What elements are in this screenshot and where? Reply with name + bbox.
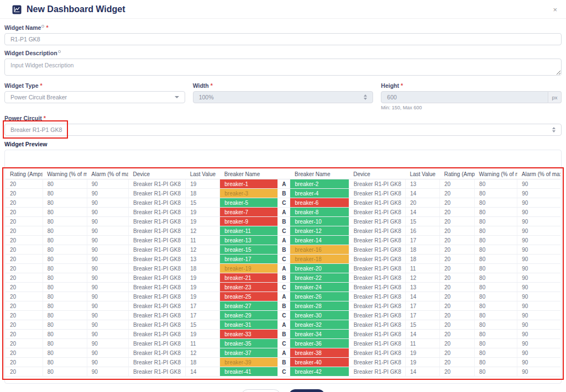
rating-cell: 20 — [6, 236, 43, 245]
breaker-status-badge: breaker-7 — [220, 208, 277, 216]
rating-cell: 20 — [439, 236, 474, 245]
last-value-cell: 14 — [405, 189, 439, 198]
breaker-name-cell: breaker-7 — [220, 208, 278, 217]
device-cell: Breaker R1-PI GK8 — [128, 189, 185, 198]
warning-cell: 80 — [475, 301, 517, 311]
device-cell: Breaker R1-PI GK8 — [349, 217, 405, 226]
warning-cell: 80 — [43, 245, 87, 255]
rating-cell: 20 — [6, 264, 43, 273]
column-header: Last Value — [405, 169, 439, 179]
warning-cell: 80 — [43, 292, 87, 301]
breaker-name-cell: breaker-42 — [290, 367, 349, 377]
breaker-name-cell: breaker-30 — [290, 311, 349, 320]
last-value-cell: 19 — [405, 348, 439, 358]
alarm-cell: 90 — [517, 226, 560, 236]
last-value-cell: 19 — [186, 217, 220, 226]
widget-description-input[interactable] — [4, 59, 562, 76]
phase-cell: C — [278, 198, 290, 208]
last-value-cell: 14 — [186, 367, 220, 377]
alarm-cell: 90 — [517, 292, 560, 301]
breaker-status-badge: breaker-17 — [220, 255, 277, 263]
warning-cell: 80 — [43, 320, 87, 330]
breaker-status-badge: breaker-11 — [220, 226, 277, 235]
warning-cell: 80 — [475, 245, 517, 255]
table-row: 20 80 90 Breaker R1-PI GK8 19 breaker-23… — [6, 283, 560, 292]
rating-cell: 20 — [6, 358, 43, 367]
last-value-cell: 18 — [405, 255, 439, 264]
column-header: Warning (% of max) — [475, 169, 517, 179]
dialog-footer: Cancel Add Widget — [0, 384, 566, 392]
breaker-status-badge: breaker-12 — [290, 226, 348, 235]
warning-cell: 80 — [475, 320, 517, 330]
warning-cell: 80 — [475, 236, 517, 245]
warning-cell: 80 — [475, 348, 517, 358]
rating-cell: 20 — [439, 358, 474, 367]
breaker-name-cell: breaker-10 — [290, 217, 349, 226]
last-value-cell: 15 — [186, 198, 220, 208]
breaker-status-badge: breaker-15 — [220, 245, 277, 254]
widget-description-label: Widget Description — [4, 50, 562, 56]
add-widget-button[interactable]: Add Widget — [289, 389, 325, 392]
new-dashboard-widget-dialog: New Dashboard Widget × Widget Name* Widg… — [0, 0, 566, 392]
last-value-cell: 13 — [186, 255, 220, 264]
cancel-button[interactable]: Cancel — [241, 389, 281, 392]
width-label: Width* — [193, 82, 374, 89]
device-cell: Breaker R1-PI GK8 — [349, 198, 405, 208]
close-icon[interactable]: × — [551, 5, 559, 14]
alarm-cell: 90 — [87, 236, 128, 245]
warning-cell: 80 — [43, 217, 87, 226]
phase-cell: B — [278, 189, 290, 198]
breaker-name-cell: breaker-6 — [290, 198, 349, 208]
phase-cell: A — [278, 292, 290, 301]
breaker-name-cell: breaker-28 — [290, 301, 349, 311]
alarm-cell: 90 — [87, 217, 128, 226]
rating-cell: 20 — [6, 255, 43, 264]
table-row: 20 80 90 Breaker R1-PI GK8 19 breaker-21… — [6, 273, 560, 283]
breaker-status-badge: breaker-23 — [220, 283, 277, 292]
last-value-cell: 19 — [186, 179, 220, 189]
phase-cell: A — [278, 348, 290, 358]
phase-cell: C — [278, 311, 290, 320]
alarm-cell: 90 — [87, 226, 128, 236]
widget-name-input[interactable] — [4, 33, 562, 45]
breaker-name-cell: breaker-29 — [220, 311, 278, 320]
warning-cell: 80 — [475, 358, 517, 367]
breaker-status-badge: breaker-13 — [220, 236, 277, 245]
warning-cell: 80 — [475, 283, 517, 292]
widget-type-value: Power Circuit Breaker — [11, 94, 67, 100]
widget-type-select[interactable]: Power Circuit Breaker — [4, 91, 185, 103]
table-row: 20 80 90 Breaker R1-PI GK8 19 breaker-7 … — [6, 208, 560, 217]
rating-cell: 20 — [6, 198, 43, 208]
rating-cell: 20 — [439, 198, 474, 208]
widget-name-label: Widget Name* — [4, 24, 562, 31]
rating-cell: 20 — [6, 245, 43, 255]
warning-cell: 80 — [475, 198, 517, 208]
phase-cell: A — [278, 264, 290, 273]
device-cell: Breaker R1-PI GK8 — [128, 339, 185, 348]
table-row: 20 80 90 Breaker R1-PI GK8 14 breaker-41… — [6, 367, 560, 377]
device-cell: Breaker R1-PI GK8 — [349, 264, 405, 273]
rating-cell: 20 — [439, 348, 474, 358]
warning-cell: 80 — [475, 217, 517, 226]
alarm-cell: 90 — [87, 255, 128, 264]
warning-cell: 80 — [43, 301, 87, 311]
height-input[interactable]: 600 — [381, 91, 548, 103]
rating-cell: 20 — [6, 301, 43, 311]
last-value-cell: 19 — [186, 273, 220, 283]
column-header: Device — [349, 169, 405, 179]
breaker-status-badge: breaker-29 — [220, 311, 277, 320]
phase-cell: C — [278, 255, 290, 264]
alarm-cell: 90 — [517, 236, 560, 245]
table-row: 20 80 90 Breaker R1-PI GK8 17 breaker-27… — [6, 301, 560, 311]
last-value-cell: 19 — [186, 283, 220, 292]
warning-cell: 80 — [43, 330, 87, 339]
breaker-name-cell: breaker-13 — [220, 236, 278, 245]
rating-cell: 20 — [439, 208, 474, 217]
last-value-cell: 15 — [186, 320, 220, 330]
table-row: 20 80 90 Breaker R1-PI GK8 17 breaker-29… — [6, 311, 560, 320]
warning-cell: 80 — [475, 273, 517, 283]
phase-cell: B — [278, 217, 290, 226]
device-cell: Breaker R1-PI GK8 — [128, 245, 185, 255]
power-circuit-select[interactable]: Breaker R1-P1 GK8 — [4, 124, 562, 136]
breaker-status-badge: breaker-42 — [290, 367, 348, 376]
